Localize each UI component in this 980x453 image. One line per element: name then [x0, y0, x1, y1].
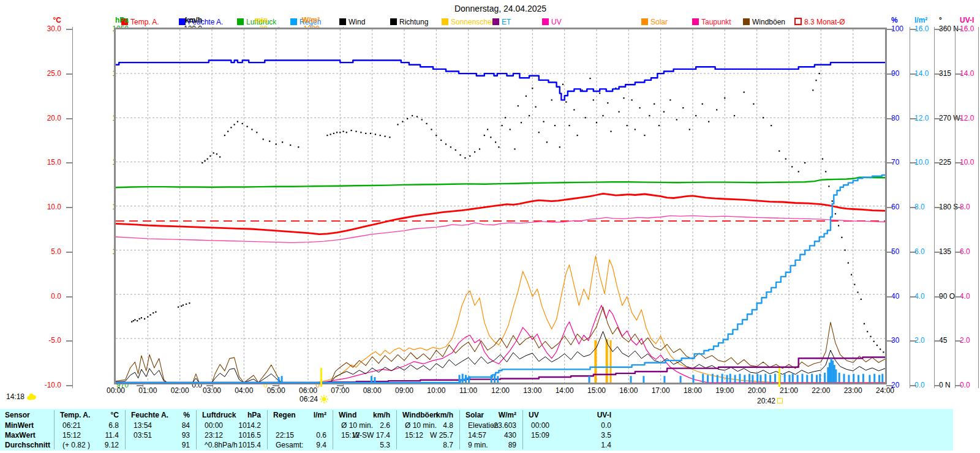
direction-dot: [365, 133, 366, 134]
rain-rate-tick: [462, 374, 464, 383]
direction-dot: [822, 159, 823, 160]
direction-dot: [153, 312, 154, 313]
legend-item-10: Taupunkt: [692, 18, 731, 26]
table-separator: [267, 410, 268, 449]
direction-dot: [216, 154, 217, 155]
rain-rate-tick: [726, 375, 728, 383]
axis-tick: [66, 118, 73, 119]
direction-dot: [734, 115, 735, 116]
table-cell-value: 1014.2: [202, 421, 261, 430]
direction-dot: [181, 305, 182, 307]
legend-color-box: [641, 18, 648, 25]
statistics-table: SensorMinWertMaxWertDurchschnittTemp. A.…: [0, 409, 953, 451]
direction-dot: [417, 116, 418, 118]
plot-svg: [116, 29, 885, 383]
direction-dot: [330, 133, 331, 135]
rain-rate-tick: [819, 374, 821, 383]
plot-area[interactable]: [114, 28, 887, 384]
x-axis-label-09:00: 09:00: [391, 386, 418, 395]
rain-rate-tick: [811, 374, 813, 383]
direction-dot: [505, 117, 506, 118]
direction-dot: [819, 73, 820, 74]
direction-dot: [635, 129, 636, 130]
legend-label: Sonnenschein: [451, 18, 497, 26]
legend-item-8: UV: [542, 18, 562, 26]
rain-rate-tick: [881, 374, 883, 383]
direction-dot: [607, 102, 608, 103]
legend-label: Temp. A.: [130, 18, 159, 26]
rain-rate-tick: [734, 375, 736, 383]
table-cell-value: 6.8: [60, 421, 119, 430]
table-cell-value: 0.0: [529, 421, 611, 430]
direction-dot: [577, 135, 578, 136]
direction-dot: [602, 115, 603, 116]
x-axis-label-03:00: 03:00: [198, 386, 225, 395]
direction-dot: [336, 132, 337, 133]
legend-color-box: [743, 18, 750, 25]
direction-dot: [460, 154, 461, 155]
direction-dot: [514, 148, 515, 149]
direction-dot: [535, 107, 537, 108]
direction-dot: [213, 152, 214, 154]
direction-dot: [565, 102, 567, 103]
axis-tick-label: 25.0: [47, 70, 61, 78]
axis-tick-label: 30.0: [47, 25, 61, 33]
direction-dot: [237, 121, 238, 122]
direction-dot: [812, 89, 813, 91]
axis-tick-label: 20.0: [47, 114, 61, 122]
table-separator: [333, 410, 333, 449]
direction-dot: [139, 318, 140, 320]
direction-dot: [708, 121, 709, 122]
axis-tick: [955, 162, 962, 163]
x-axis-label-16:00: 16:00: [615, 386, 642, 395]
axis-tick-label: 10.0: [914, 159, 929, 167]
x-axis-label-20:00: 20:00: [744, 386, 771, 395]
direction-dot: [532, 88, 533, 89]
direction-dot: [346, 132, 347, 133]
table-row-label: Durchschnitt: [5, 440, 50, 450]
rain-rate-tick: [843, 374, 845, 383]
table-cell-value: 89: [466, 440, 516, 450]
axis-tick-label: -5.0: [48, 337, 61, 345]
axis-line-end: [978, 27, 979, 388]
table-cell-value: 84: [131, 421, 190, 430]
axis-tick: [66, 73, 73, 75]
direction-dot: [189, 302, 190, 304]
table-col-unit: km/h: [339, 410, 390, 420]
rain-rate-tick: [797, 375, 799, 383]
direction-dot: [695, 115, 696, 116]
axis-tick: [910, 207, 916, 208]
x-axis-label-10:00: 10:00: [423, 386, 450, 395]
axis-unit-%: %: [891, 16, 898, 24]
table-col-unit: km/h: [402, 410, 453, 420]
direction-dot: [445, 143, 447, 144]
legend-color-box: [794, 18, 802, 25]
series-Luftdruck: [116, 178, 885, 188]
x-axis-label-15:00: 15:00: [583, 386, 610, 395]
legend-item-4: Wind: [339, 18, 365, 26]
table-cell-value: 430: [466, 430, 516, 440]
x-axis-label-19:00: 19:00: [711, 386, 738, 395]
table-col-unit: W/m²: [466, 410, 516, 420]
direction-dot: [815, 80, 816, 81]
axis-tick: [66, 340, 73, 342]
legend-label: Richtung: [399, 18, 428, 26]
direction-dot: [753, 103, 754, 105]
direction-dot: [469, 155, 470, 157]
axis-unit-km/h: km/h: [185, 16, 202, 24]
direction-dot: [791, 166, 793, 167]
direction-dot: [147, 316, 148, 318]
table-row-label: MinWert: [5, 421, 34, 430]
direction-dot: [771, 125, 772, 126]
direction-dot: [397, 124, 398, 125]
table-cell-value: 1016.5: [202, 430, 261, 440]
table-separator: [522, 410, 523, 449]
axis-tick: [910, 340, 916, 342]
table-cell-value: 9.12: [60, 440, 119, 450]
rain-rate-tick: [764, 374, 766, 383]
axis-tick-label: 225: [939, 159, 951, 167]
direction-dot: [134, 319, 135, 320]
direction-dot: [455, 149, 456, 151]
axis-tick: [66, 207, 73, 208]
direction-dot: [202, 162, 203, 163]
